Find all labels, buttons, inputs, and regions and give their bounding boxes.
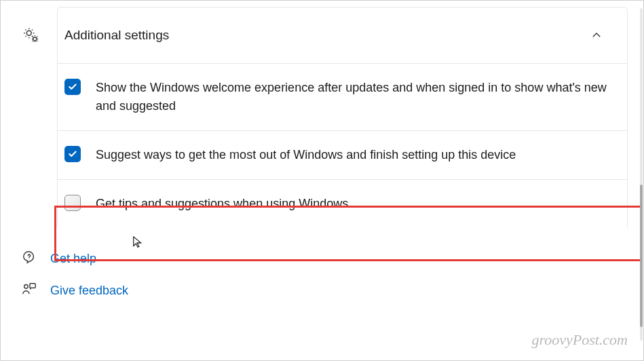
link-text: Get help (50, 252, 96, 266)
svg-point-2 (29, 259, 29, 259)
link-text: Give feedback (50, 284, 128, 298)
option-label: Suggest ways to get the most out of Wind… (96, 146, 516, 164)
option-label: Get tips and suggestions when using Wind… (96, 195, 389, 213)
option-welcome-experience[interactable]: Show the Windows welcome experience afte… (58, 64, 627, 131)
give-feedback-link[interactable]: Give feedback (22, 282, 636, 300)
checkbox-unchecked-icon[interactable] (64, 195, 81, 211)
checkbox-checked-icon[interactable] (64, 79, 81, 95)
help-icon (22, 250, 37, 268)
scrollbar-thumb[interactable] (640, 185, 643, 327)
checkbox-checked-icon[interactable] (64, 146, 81, 162)
section-title: Additional settings (58, 28, 590, 43)
option-get-tips[interactable]: Get tips and suggestions when using Wind… (58, 180, 627, 228)
chevron-up-icon (590, 29, 603, 41)
additional-settings-header[interactable]: Additional settings (58, 7, 627, 64)
svg-point-3 (24, 285, 29, 289)
watermark: groovyPost.com (531, 331, 628, 349)
gears-icon (22, 26, 58, 44)
svg-point-0 (26, 31, 31, 35)
option-suggest-ways[interactable]: Suggest ways to get the most out of Wind… (58, 131, 627, 180)
svg-point-1 (33, 37, 37, 41)
option-label: Show the Windows welcome experience afte… (96, 79, 611, 115)
get-help-link[interactable]: Get help (22, 250, 636, 268)
feedback-icon (22, 282, 37, 300)
scrollbar[interactable] (640, 8, 643, 341)
svg-rect-4 (30, 284, 35, 288)
